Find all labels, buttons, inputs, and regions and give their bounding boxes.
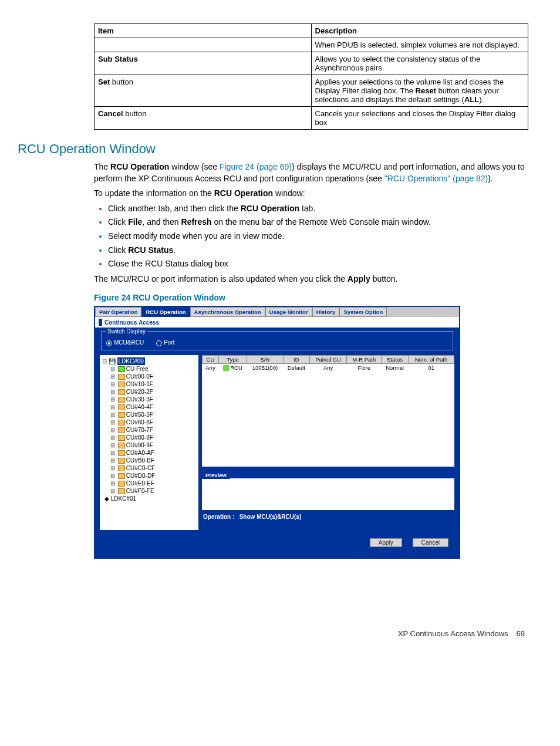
switch-display-legend: Switch Display	[106, 328, 147, 335]
folder-icon	[118, 366, 125, 372]
grid-cell[interactable]: Any	[309, 363, 346, 372]
step-1: Click another tab, and then click the RC…	[108, 203, 525, 215]
app-tabs: Pair Operation RCU Operation Asynchronou…	[95, 307, 459, 317]
grid-header[interactable]: ID	[283, 355, 309, 363]
grid-header[interactable]: CU	[203, 355, 219, 363]
tab-history[interactable]: History	[312, 307, 340, 317]
grid-cell[interactable]: Any	[203, 363, 219, 372]
post-paragraph: The MCU/RCU or port information is also …	[94, 274, 525, 285]
definition-table: Item Description When PDUB is selected, …	[94, 23, 528, 130]
tree-root[interactable]: LDKC#00	[117, 357, 145, 365]
row-substatus-item: Sub Status	[95, 52, 312, 75]
folder-icon	[118, 443, 125, 448]
intro-paragraph: The RCU Operation window (see Figure 24 …	[94, 161, 525, 184]
tree-item[interactable]: ⊞ CU#30-3F	[102, 396, 196, 403]
tree-item[interactable]: ⊞ CU#90-9F	[102, 441, 196, 449]
grid-cell[interactable]: 01	[408, 363, 454, 372]
update-line: To update the information on the RCU Ope…	[94, 188, 525, 200]
switch-display-fieldset: Switch Display MCU&RCU Port	[101, 331, 453, 350]
step-4: Click RCU Status.	[108, 245, 525, 256]
title-bar-icon	[99, 319, 102, 326]
grid-cell[interactable]: RCU	[218, 363, 247, 372]
tab-rcu-operation[interactable]: RCU Operation	[141, 307, 190, 317]
tree-item[interactable]: ⊞ CU#F0-FE	[102, 487, 196, 495]
radio-mcu-rcu[interactable]: MCU&RCU	[106, 339, 144, 346]
tree-panel[interactable]: ⊟ 💾 LDKC#00 ⊞ CU Free ⊞ CU#00-0F⊞ CU#10-…	[100, 355, 198, 530]
app-window: Pair Operation RCU Operation Asynchronou…	[94, 306, 460, 558]
folder-icon	[118, 427, 125, 433]
grid-cell[interactable]: Fibre	[347, 363, 382, 372]
link-figure24[interactable]: Figure 24 (page 69)	[220, 162, 292, 171]
type-icon	[223, 365, 229, 371]
row-substatus-desc: Allows you to select the consistency sta…	[311, 52, 528, 75]
disk-icon: 💾	[109, 358, 116, 364]
folder-icon	[118, 458, 125, 464]
grid-header[interactable]: Status	[382, 355, 409, 363]
tree-item[interactable]: ⊞ CU#A0-AF	[102, 449, 196, 457]
step-5: Close the RCU Status dialog box	[108, 258, 525, 270]
link-rcu-operations[interactable]: "RCU Operations" (page 82)	[384, 174, 488, 183]
folder-icon	[118, 404, 125, 410]
radio-dot-checked-icon	[106, 340, 112, 346]
row-set-desc: Applies your selections to the volume li…	[311, 75, 528, 107]
folder-icon	[118, 374, 125, 380]
folder-icon	[118, 488, 125, 494]
tab-system-option[interactable]: System Option	[339, 307, 387, 317]
tree-item[interactable]: ⊞ CU#D0-DF	[102, 472, 196, 480]
folder-icon	[118, 435, 125, 441]
grid-header[interactable]: S/N	[247, 355, 284, 363]
grid-cell[interactable]: Default	[283, 363, 309, 372]
tree-item[interactable]: ⊞ CU#B0-BF	[102, 457, 196, 464]
tab-usage-monitor[interactable]: Usage Monitor	[265, 307, 312, 317]
page-footer: XP Continuous Access Windows69	[18, 629, 525, 638]
grid-header[interactable]: M-R Path	[347, 355, 382, 363]
operation-row: Operation : Show MCU(s)&RCU(s)	[202, 512, 454, 521]
folder-icon	[118, 412, 125, 418]
folder-icon	[118, 465, 125, 471]
section-heading: RCU Operation Window	[18, 141, 525, 157]
tree-item[interactable]: ⊞ CU#60-6F	[102, 418, 196, 426]
tree-item[interactable]: ⊞ CU#50-5F	[102, 411, 196, 418]
grid-header[interactable]: Num. of Path	[408, 355, 454, 363]
tree-item[interactable]: ⊞ CU#E0-EF	[102, 480, 196, 487]
tree-item[interactable]: ⊞ CU#40-4F	[102, 403, 196, 411]
row-set-item: Set button	[95, 75, 312, 107]
tree-cu-free[interactable]: CU Free	[126, 366, 149, 372]
app-title: Continuous Access	[104, 319, 159, 326]
grid-cell[interactable]: Normal	[382, 363, 409, 372]
row-cancel-desc: Cancels your selections and closes the D…	[311, 107, 528, 130]
step-3: Select modify mode when you are in view …	[108, 231, 525, 242]
folder-icon	[118, 420, 125, 426]
grid-header[interactable]: Type	[218, 355, 247, 363]
folder-icon	[118, 481, 125, 487]
row-cancel-item: Cancel button	[95, 107, 312, 130]
tab-asynchronous-operation[interactable]: Asynchronous Operation	[190, 307, 265, 317]
radio-port[interactable]: Port	[156, 339, 174, 346]
tab-pair-operation[interactable]: Pair Operation	[95, 307, 141, 317]
grid-header[interactable]: Paired CU	[309, 355, 346, 363]
steps-list: Click another tab, and then click the RC…	[94, 203, 525, 270]
grid-panel[interactable]: CUTypeS/NIDPaired CUM-R PathStatusNum. o…	[202, 355, 454, 467]
tree-sibling[interactable]: LDKC#01	[111, 495, 136, 502]
tree-item[interactable]: ⊞ CU#C0-CF	[102, 464, 196, 472]
app-title-bar: Continuous Access	[95, 317, 459, 328]
preview-label: Preview	[202, 471, 230, 479]
th-item: Item	[95, 24, 312, 38]
row-pdub-desc: When PDUB is selected, simplex volumes a…	[311, 38, 528, 52]
preview-panel: Preview	[202, 478, 454, 510]
tree-item[interactable]: ⊞ CU#10-1F	[102, 380, 196, 388]
apply-button[interactable]: Apply	[370, 538, 402, 547]
tree-item[interactable]: ⊞ CU#80-8F	[102, 434, 196, 441]
th-desc: Description	[311, 24, 528, 38]
folder-icon	[118, 397, 125, 403]
tree-item[interactable]: ⊞ CU#70-7F	[102, 426, 196, 434]
folder-icon	[118, 450, 125, 456]
step-2: Click File, and then Refresh on the menu…	[108, 217, 525, 228]
folder-icon	[118, 389, 125, 395]
figure-caption: Figure 24 RCU Operation Window	[94, 293, 525, 302]
grid-cell[interactable]: 10051(00)	[247, 363, 284, 372]
tree-item[interactable]: ⊞ CU#00-0F	[102, 373, 196, 380]
tree-item[interactable]: ⊞ CU#20-2F	[102, 388, 196, 396]
cancel-button[interactable]: Cancel	[413, 538, 448, 547]
radio-dot-unchecked-icon	[156, 340, 162, 346]
